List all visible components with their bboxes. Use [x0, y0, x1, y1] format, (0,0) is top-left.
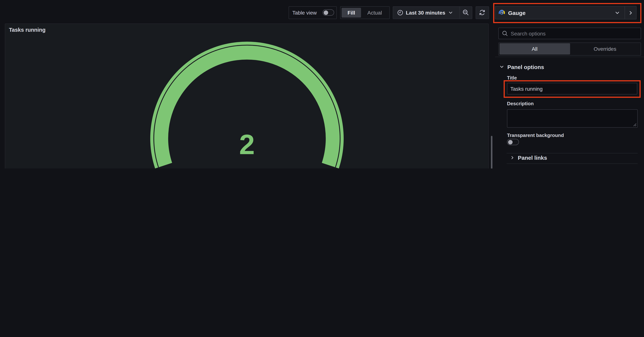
svg-text:79: 79 [501, 12, 503, 14]
